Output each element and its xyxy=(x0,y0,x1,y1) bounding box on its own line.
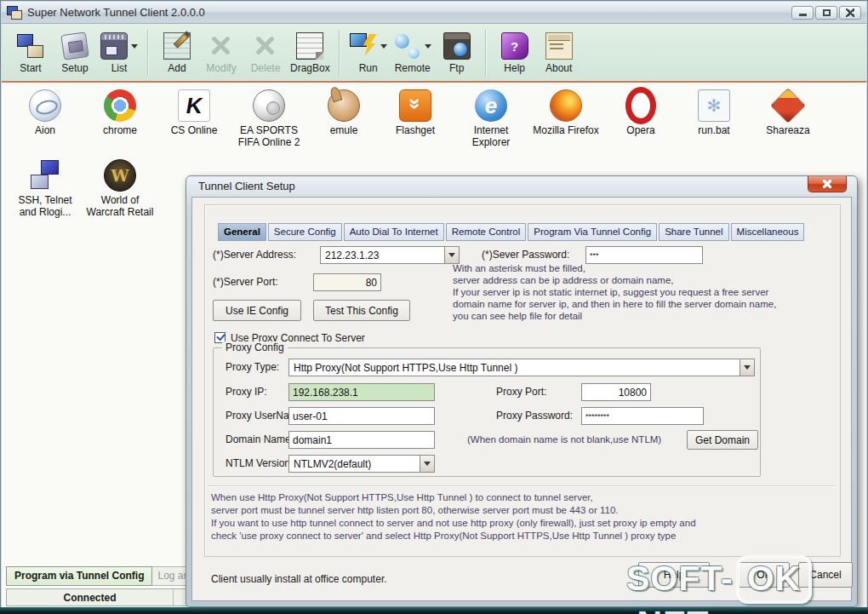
desktop-icon-aion[interactable]: Aion xyxy=(8,89,83,136)
proxy-port-field[interactable] xyxy=(581,383,651,401)
combo-dropdown-button[interactable] xyxy=(420,456,434,472)
desktop-icon-label: Aion xyxy=(8,124,83,136)
desktop-icon-internet-explorer[interactable]: e Internet Explorer xyxy=(454,89,528,148)
hint-line: domain name for server ip, and then in h… xyxy=(453,298,776,310)
desktop-icon-ssh[interactable]: SSH, Telnet and Rlogi... xyxy=(8,159,83,218)
batch-file-icon: ✻ xyxy=(698,89,730,122)
toolbar-add-button[interactable]: Add xyxy=(155,30,199,75)
chrome-icon xyxy=(104,89,136,122)
ntlm-version-combobox[interactable]: NTLMV2(default) xyxy=(288,455,435,473)
tab-remote-control[interactable]: Remote Control xyxy=(446,223,527,241)
test-this-config-button[interactable]: Test This Config xyxy=(313,300,410,321)
close-button[interactable] xyxy=(839,6,861,20)
desktop-icon-flashget[interactable]: » Flashget xyxy=(378,89,453,136)
desktop-icon-opera[interactable]: Opera xyxy=(603,89,678,136)
ntlm-version-value: NTLMV2(default) xyxy=(289,458,420,470)
main-titlebar[interactable]: Super Network Tunnel Client 2.0.0.0 xyxy=(2,2,866,24)
watermark-part2: OK xyxy=(736,555,813,604)
aion-icon xyxy=(29,89,61,122)
maximize-button[interactable] xyxy=(815,6,837,20)
dialog-tab-strip: General Secure Config Auto Dial To Inter… xyxy=(218,223,804,241)
toolbar-help-button[interactable]: ? Help xyxy=(493,30,537,75)
hint-line: If your server ip is not static internet… xyxy=(453,286,768,298)
desktop-icon-cs-online[interactable]: K CS Online xyxy=(157,89,231,136)
desktop-icon-emule[interactable]: emule xyxy=(306,89,381,136)
use-ie-config-button[interactable]: Use IE Config xyxy=(213,300,301,321)
desktop-icon-shareaza[interactable]: Shareaza xyxy=(751,89,825,136)
toolbar-delete-button[interactable]: Delete xyxy=(243,30,288,75)
combo-dropdown-button[interactable] xyxy=(740,359,754,376)
warcraft-icon: W xyxy=(104,159,136,192)
toolbar-dragbox-button[interactable]: DragBox xyxy=(288,30,333,75)
desktop-icon-label: Opera xyxy=(603,124,678,136)
combo-dropdown-button[interactable] xyxy=(444,247,459,263)
server-address-combobox[interactable]: 212.23.1.23 xyxy=(320,246,460,264)
delete-icon xyxy=(252,32,279,60)
server-address-value: 212.23.1.23 xyxy=(321,250,444,261)
desktop-icon-label: Flashget xyxy=(378,124,453,136)
note-line: When use Http Proxy(Not Support HTTPS,Us… xyxy=(211,491,593,504)
tab-program-via-tunnel-config[interactable]: Program via Tunnel Config xyxy=(6,566,152,586)
server-password-field[interactable] xyxy=(585,246,703,264)
close-icon xyxy=(823,180,831,188)
desktop-icon-runbat[interactable]: ✻ run.bat xyxy=(677,89,751,136)
tunnel-client-setup-dialog: Tunnel Client Setup General Secure Confi… xyxy=(186,175,858,607)
chevron-glyph: » xyxy=(403,98,427,109)
tab-program-via-tunnel[interactable]: Program Via Tunnel Config xyxy=(528,223,657,241)
toolbar-remote-label: Remote xyxy=(395,62,431,74)
about-icon xyxy=(545,32,573,60)
dropdown-arrow-icon[interactable] xyxy=(425,44,431,52)
add-icon xyxy=(163,32,191,60)
toolbar-list-button[interactable]: List xyxy=(97,30,141,75)
list-icon xyxy=(100,32,128,60)
run-icon xyxy=(350,32,377,60)
toolbar-run-button[interactable]: Run xyxy=(346,30,391,75)
dialog-close-button[interactable] xyxy=(808,176,847,192)
question-glyph: ? xyxy=(511,39,518,54)
tab-secure-config[interactable]: Secure Config xyxy=(268,223,342,241)
toolbar-ftp-button[interactable]: Ftp xyxy=(435,30,479,75)
gear-glyph: ✻ xyxy=(707,95,722,116)
desktop-icon-label: emule xyxy=(306,124,381,136)
proxy-config-group-title: Proxy Config xyxy=(222,341,288,353)
toolbar-start-button[interactable]: Start xyxy=(9,30,53,75)
proxy-config-group: Proxy Config Proxy Type: Http Proxy(Not … xyxy=(213,347,761,477)
proxy-username-field[interactable] xyxy=(288,407,435,425)
connection-status: Connected xyxy=(7,589,174,605)
proxy-type-combobox[interactable]: Http Proxy(Not Support HTTPS,Use Http Tu… xyxy=(288,359,755,376)
toolbar-remote-button[interactable]: Remote xyxy=(391,30,435,75)
opera-icon xyxy=(625,89,657,122)
get-domain-button[interactable]: Get Domain xyxy=(687,430,758,450)
toolbar-setup-button[interactable]: Setup xyxy=(53,30,97,75)
dropdown-arrow-icon[interactable] xyxy=(380,44,387,52)
ftp-icon xyxy=(443,32,471,60)
watermark-part1: SOFT- xyxy=(626,559,734,598)
proxy-ip-field[interactable] xyxy=(288,383,435,401)
proxy-password-label: Proxy Password: xyxy=(496,407,573,424)
desktop-icon-firefox[interactable]: Mozilla Firefox xyxy=(528,89,603,136)
desktop-icon-fifa[interactable]: EA SPORTS FIFA Online 2 xyxy=(231,89,306,148)
app-icon xyxy=(7,6,22,20)
dialog-client-area: General Secure Config Auto Dial To Inter… xyxy=(191,197,852,601)
desktop-icon-wow[interactable]: W World of Warcraft Retail xyxy=(83,159,157,218)
proxy-ip-label: Proxy IP: xyxy=(226,383,267,400)
desktop-icon-chrome[interactable]: chrome xyxy=(83,89,157,136)
ie-glyph: e xyxy=(485,90,497,121)
dialog-title: Tunnel Client Setup xyxy=(198,180,295,192)
tab-general[interactable]: General xyxy=(218,223,266,241)
cs-glyph: K xyxy=(184,93,204,119)
domain-name-field[interactable] xyxy=(288,431,435,449)
ntlm-note: (When domain name is not blank,use NTLM) xyxy=(467,433,661,445)
tab-miscellaneous[interactable]: Miscellaneous xyxy=(731,223,805,241)
dropdown-arrow-icon[interactable] xyxy=(131,44,138,52)
tab-share-tunnel[interactable]: Share Tunnel xyxy=(659,223,728,241)
server-password-label: (*)Sever Password: xyxy=(482,246,569,263)
tab-auto-dial[interactable]: Auto Dial To Internet xyxy=(344,223,444,241)
toolbar-about-button[interactable]: About xyxy=(537,30,581,75)
server-port-field[interactable] xyxy=(313,273,381,291)
toolbar-modify-button[interactable]: Modify xyxy=(199,30,243,75)
minimize-button[interactable] xyxy=(791,6,814,20)
toolbar-modify-label: Modify xyxy=(206,62,236,74)
proxy-password-field[interactable] xyxy=(581,407,704,425)
toolbar-start-label: Start xyxy=(20,62,41,74)
